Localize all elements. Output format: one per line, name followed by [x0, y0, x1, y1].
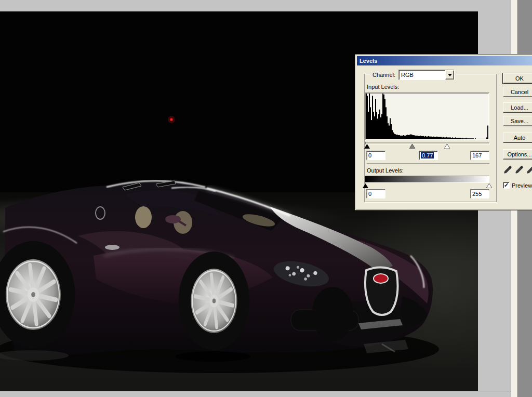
channel-dropdown[interactable]: RGB [398, 70, 455, 80]
black-eyedropper-icon[interactable] [503, 165, 512, 175]
cancel-button[interactable]: Cancel [503, 87, 532, 97]
white-eyedropper-icon[interactable] [526, 165, 532, 175]
preview-checkbox[interactable]: ✓ Preview [503, 182, 532, 189]
load-button[interactable]: Load... [503, 102, 532, 113]
output-black-field[interactable]: 0 [366, 189, 385, 198]
output-white-field[interactable]: 255 [470, 189, 489, 198]
channel-value: RGB [399, 70, 445, 80]
save-button[interactable]: Save... [503, 116, 532, 126]
levels-dialog: Levels Channel: RGB Input Levels: 0 0.77… [355, 54, 532, 210]
input-black-field[interactable]: 0 [366, 151, 385, 160]
input-gamma-slider[interactable] [409, 144, 415, 149]
input-white-slider[interactable] [444, 144, 450, 149]
dialog-title-bar[interactable]: Levels [357, 56, 532, 65]
checkmark-icon: ✓ [504, 182, 509, 188]
input-black-slider[interactable] [364, 144, 370, 149]
output-black-slider[interactable] [363, 183, 368, 188]
bugatti-badge [374, 274, 388, 283]
histogram-panel [365, 92, 489, 140]
separator [367, 163, 489, 164]
input-gamma-field[interactable]: 0.77 [419, 151, 438, 160]
door-handle [105, 245, 119, 250]
red-indicator-dot [168, 116, 175, 123]
preview-label: Preview [512, 182, 532, 189]
channel-dropdown-button[interactable] [445, 70, 454, 80]
dialog-title: Levels [360, 58, 377, 64]
options-button[interactable]: Options... [503, 149, 532, 160]
output-levels-label: Output Levels: [367, 167, 404, 174]
application-window: Levels Channel: RGB Input Levels: 0 0.77… [0, 0, 532, 397]
ok-button[interactable]: OK [503, 73, 532, 84]
horseshoe-grille [365, 267, 398, 315]
input-slider-track [365, 142, 490, 144]
chevron-down-icon [448, 74, 452, 76]
input-white-field[interactable]: 167 [470, 151, 489, 160]
gray-eyedropper-icon[interactable] [514, 165, 524, 175]
workspace-top-bar [0, 0, 511, 11]
auto-button[interactable]: Auto [503, 133, 532, 143]
output-white-slider[interactable] [486, 183, 492, 188]
front-wheel [179, 252, 250, 350]
channel-label: Channel: [373, 72, 395, 78]
histogram [366, 94, 488, 139]
output-gradient-bar [365, 176, 489, 183]
input-levels-label: Input Levels: [367, 84, 399, 90]
workspace-bottom-bar [0, 391, 511, 397]
